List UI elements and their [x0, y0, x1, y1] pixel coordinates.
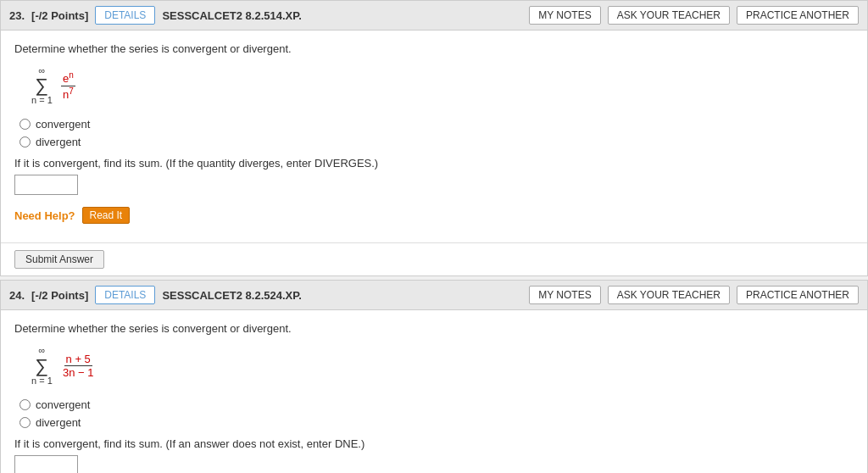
radio-convergent-input-24[interactable] — [19, 399, 31, 410]
radio-convergent-label-23: convergent — [36, 118, 90, 131]
radio-group-23: convergent divergent — [19, 118, 854, 148]
question-24-my-notes-button[interactable]: MY NOTES — [529, 286, 600, 304]
question-24-number: 24. — [9, 289, 25, 302]
question-24-math: ∞ ∑ n = 1 n + 5 3n − 1 — [28, 345, 854, 386]
question-23-math: ∞ ∑ n = 1 en n7 — [28, 65, 854, 106]
radio-divergent-label-23: divergent — [36, 136, 81, 148]
radio-divergent-23[interactable]: divergent — [19, 136, 854, 148]
radio-group-24: convergent divergent — [19, 398, 854, 429]
question-23-body: Determine whether the series is converge… — [1, 31, 867, 242]
sigma-sym-23: ∑ — [36, 76, 49, 95]
frac-num-23: en — [61, 70, 75, 86]
sigma-expr-23: ∞ ∑ n = 1 — [31, 65, 53, 106]
sigma-bottom-24: n = 1 — [31, 376, 53, 387]
need-help-row-23: Need Help? Read It — [14, 207, 854, 224]
frac-den-23: n7 — [61, 86, 75, 101]
frac-num-24: n + 5 — [64, 353, 92, 366]
need-help-label-23: Need Help? — [14, 209, 75, 222]
fraction-23: en n7 — [61, 70, 75, 101]
question-24-points: [-/2 Points] — [31, 289, 88, 302]
question-24-block: 24. [-/2 Points] DETAILS SESSCALCET2 8.2… — [0, 280, 868, 473]
read-it-button-23[interactable]: Read It — [82, 207, 131, 224]
question-24-prompt: Determine whether the series is converge… — [14, 322, 854, 335]
radio-convergent-23[interactable]: convergent — [19, 118, 854, 131]
radio-convergent-input-23[interactable] — [19, 119, 31, 130]
question-24-code: SESSCALCET2 8.2.524.XP. — [162, 289, 302, 302]
radio-divergent-24[interactable]: divergent — [19, 416, 854, 429]
question-23-block: 23. [-/2 Points] DETAILS SESSCALCET2 8.2… — [0, 0, 868, 276]
sum-input-24[interactable] — [14, 455, 78, 473]
sum-input-23[interactable] — [14, 175, 78, 195]
sigma-sym-24: ∑ — [36, 357, 49, 376]
submit-button-23[interactable]: Submit Answer — [14, 250, 104, 269]
question-23-number: 23. — [9, 9, 25, 22]
question-24-practice-another-button[interactable]: PRACTICE ANOTHER — [737, 286, 859, 304]
radio-divergent-input-23[interactable] — [19, 136, 31, 147]
question-23-prompt: Determine whether the series is converge… — [14, 42, 854, 55]
radio-divergent-input-24[interactable] — [19, 417, 31, 428]
question-23-code: SESSCALCET2 8.2.514.XP. — [162, 9, 302, 22]
radio-convergent-label-24: convergent — [36, 398, 90, 411]
fraction-24: n + 5 3n − 1 — [61, 353, 96, 379]
question-24-body: Determine whether the series is converge… — [1, 310, 867, 473]
question-24-details-button[interactable]: DETAILS — [95, 286, 155, 304]
radio-divergent-label-24: divergent — [36, 416, 81, 429]
radio-convergent-24[interactable]: convergent — [19, 398, 854, 411]
convergent-label-24: If it is convergent, find its sum. (If a… — [14, 437, 854, 450]
question-23-my-notes-button[interactable]: MY NOTES — [529, 6, 600, 25]
frac-den-24: 3n − 1 — [61, 366, 96, 379]
question-23-details-button[interactable]: DETAILS — [95, 6, 155, 25]
sigma-expr-24: ∞ ∑ n = 1 — [31, 345, 53, 386]
convergent-label-23: If it is convergent, find its sum. (If t… — [14, 157, 854, 170]
submit-row-23: Submit Answer — [1, 242, 867, 275]
question-24-ask-teacher-button[interactable]: ASK YOUR TEACHER — [608, 286, 730, 304]
question-23-points: [-/2 Points] — [31, 9, 88, 22]
question-24-header: 24. [-/2 Points] DETAILS SESSCALCET2 8.2… — [1, 281, 867, 310]
question-23-header: 23. [-/2 Points] DETAILS SESSCALCET2 8.2… — [1, 1, 867, 31]
sigma-bottom-23: n = 1 — [31, 95, 53, 106]
question-23-ask-teacher-button[interactable]: ASK YOUR TEACHER — [608, 6, 730, 25]
question-23-practice-another-button[interactable]: PRACTICE ANOTHER — [737, 6, 859, 25]
